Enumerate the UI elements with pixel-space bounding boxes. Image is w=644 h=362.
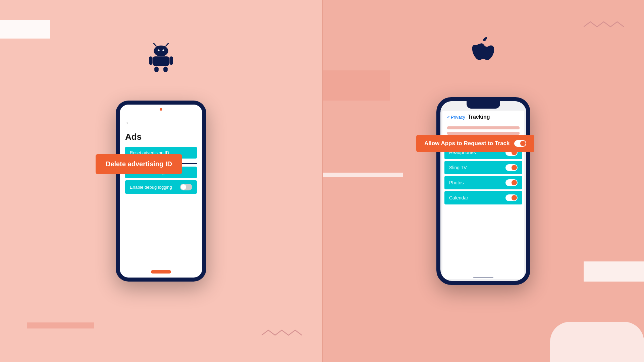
right-panel: < Privacy Tracking Headphones Sling (322, 0, 644, 362)
deco-top-left (0, 20, 50, 39)
zigzag-bottom-left (262, 328, 302, 342)
back-arrow[interactable]: ← (125, 119, 197, 126)
android-phone: ← Ads Reset advertising ID Delete advert… (116, 101, 206, 282)
debug-label: Enable debug logging (130, 185, 172, 190)
svg-rect-9 (163, 67, 168, 72)
app-label-photos: Photos (449, 180, 464, 185)
debug-toggle-row: Enable debug logging (125, 180, 197, 194)
apple-logo-icon (472, 37, 495, 65)
app-row-calendar[interactable]: Calendar (444, 191, 522, 204)
svg-point-3 (158, 50, 159, 51)
ios-home-indicator (473, 277, 493, 278)
svg-rect-6 (149, 56, 153, 65)
ios-back-nav[interactable]: < Privacy (447, 115, 465, 120)
ads-title: Ads (125, 132, 197, 142)
left-panel: ← Ads Reset advertising ID Delete advert… (0, 0, 322, 362)
android-camera (160, 108, 162, 111)
calendar-toggle[interactable] (505, 194, 518, 201)
android-home-bar (151, 270, 171, 274)
svg-line-1 (154, 44, 156, 46)
app-label-slingtv: Sling TV (449, 165, 467, 170)
deco-cloud (550, 322, 644, 362)
svg-rect-7 (169, 56, 173, 65)
android-screen: ← Ads Reset advertising ID Delete advert… (120, 105, 202, 278)
deco-right-mid (323, 70, 390, 101)
ios-notch (467, 101, 500, 109)
svg-rect-5 (153, 56, 169, 66)
app-label-calendar: Calendar (449, 195, 468, 200)
android-robot-icon (146, 42, 176, 73)
deco-line-mid (323, 173, 403, 177)
delete-callout: Delete advertising ID (96, 154, 182, 174)
svg-rect-8 (154, 67, 159, 72)
allow-apps-callout: Allow Apps to Request to Track (416, 135, 534, 152)
android-status-bar (120, 105, 202, 114)
debug-toggle[interactable] (180, 184, 192, 190)
app-row-slingtv[interactable]: Sling TV (444, 161, 522, 174)
svg-point-0 (154, 46, 168, 56)
zigzag-top-right (584, 20, 624, 34)
desc-line-2 (447, 132, 520, 135)
ios-nav-title: Tracking (468, 114, 490, 120)
allow-apps-label: Allow Apps to Request to Track (424, 140, 509, 147)
deco-right-bottom (584, 261, 644, 282)
slingtv-toggle[interactable] (505, 164, 518, 171)
app-row-photos[interactable]: Photos (444, 176, 522, 189)
toggle-thumb (181, 184, 186, 190)
svg-line-2 (166, 44, 168, 46)
photos-toggle[interactable] (505, 179, 518, 186)
deco-bottom-left (27, 322, 94, 328)
svg-point-4 (163, 50, 164, 51)
ios-phone: < Privacy Tracking Headphones Sling (436, 97, 530, 285)
ios-screen: < Privacy Tracking Headphones Sling (440, 101, 526, 281)
desc-line-1 (447, 126, 520, 129)
allow-apps-toggle[interactable] (514, 140, 526, 147)
ios-nav-bar: < Privacy Tracking (442, 111, 524, 123)
